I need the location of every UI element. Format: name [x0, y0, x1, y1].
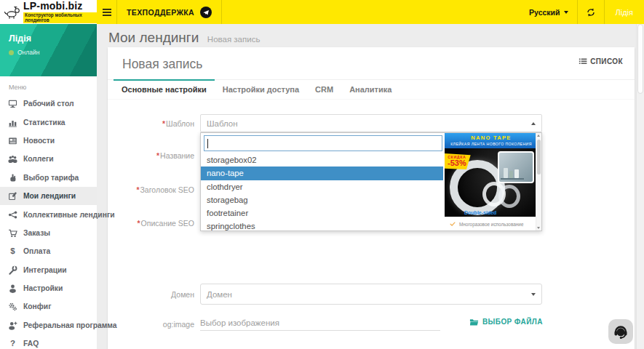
og-image-input[interactable]: Выбор изображения: [200, 315, 440, 331]
sidebar-item-faq[interactable]: ?FAQ: [0, 334, 97, 349]
dropdown-scrollbar[interactable]: [536, 133, 541, 230]
seo-description-field-label: *Описание SEO: [108, 219, 194, 228]
news-icon: [8, 136, 17, 145]
preview-feature-row: Многоразовое использование: [445, 217, 538, 230]
main-content: Мои лендинги Новая запись Новая запись С…: [97, 24, 644, 349]
template-preview-thumbnail: NANO TAPE КЛЕЙКАЯ ЛЕНТА НОВОГО ПОКОЛЕНИЯ…: [445, 133, 538, 230]
tab-access-settings[interactable]: Настройки доступа: [215, 80, 307, 99]
topbar-user-button[interactable]: Лідія: [605, 0, 644, 24]
list-button[interactable]: СПИСОК: [576, 55, 626, 68]
breadcrumb: Новая запись: [207, 35, 261, 44]
option-nano-tape[interactable]: nano-tape: [201, 167, 443, 180]
option-storagebox02[interactable]: storagebox02: [201, 153, 443, 167]
edit-icon: [8, 191, 17, 201]
domain-field-label: Домен: [108, 290, 194, 299]
sidebar-item-orders[interactable]: Заказы: [0, 224, 97, 242]
sidebar: Лідія Онлайн Меню Рабочий стол Статистик…: [0, 24, 97, 349]
gears-icon: [8, 302, 17, 311]
sidebar-item-statistics[interactable]: Статистика: [0, 113, 97, 131]
sidebar-item-colleagues[interactable]: Коллеги: [0, 150, 97, 168]
og-image-field-label: og:image: [108, 320, 194, 329]
preview-caption: Double-sided: [464, 210, 496, 215]
headset-icon: [613, 324, 629, 340]
users-icon: [8, 154, 17, 164]
refresh-icon: [586, 7, 596, 17]
logo-title: LP-mobi.biz: [23, 0, 83, 12]
page-title: Мои лендинги: [108, 30, 199, 45]
language-label: Русский: [529, 8, 560, 17]
tape-loop-graphic: [498, 185, 520, 208]
sidebar-item-collective-landings[interactable]: Коллективные лендинги: [0, 205, 97, 223]
bar-chart-icon: [8, 118, 17, 127]
menu-section-label: Меню: [0, 76, 97, 95]
chevron-up-icon: [531, 122, 536, 125]
sidebar-item-payment[interactable]: $Оплата: [0, 242, 97, 260]
tab-analytics[interactable]: Аналитика: [341, 80, 399, 99]
chevron-down-icon: [564, 11, 568, 14]
app-logo[interactable]: LP-mobi.biz Конструктор мобильных лендин…: [0, 0, 97, 24]
wrench-icon: [8, 265, 17, 275]
new-record-card: Новая запись СПИСОК Основные настройки Н…: [108, 47, 635, 349]
sidebar-item-integrations[interactable]: Интеграции: [0, 261, 97, 279]
hamburger-icon: [103, 9, 111, 16]
template-field-label: *Шаблон: [108, 119, 194, 128]
preview-subtitle: КЛЕЙКАЯ ЛЕНТА НОВОГО ПОКОЛЕНИЯ: [445, 142, 538, 146]
telegram-icon: [200, 7, 212, 18]
option-clothdryer[interactable]: clothdryer: [201, 180, 443, 193]
tab-main-settings[interactable]: Основные настройки: [114, 80, 215, 99]
user-plus-icon: [8, 321, 17, 330]
check-icon: [450, 221, 456, 227]
preview-header: NANO TAPE КЛЕЙКАЯ ЛЕНТА НОВОГО ПОКОЛЕНИЯ: [445, 133, 538, 148]
user-icon: [8, 284, 17, 293]
scroll-up-icon: [537, 135, 540, 137]
online-status-label: Онлайн: [17, 49, 39, 56]
option-footretainer[interactable]: footretainer: [201, 206, 443, 220]
sidebar-toggle-button[interactable]: [97, 0, 117, 24]
refresh-button[interactable]: [577, 0, 605, 24]
profile-card: Лідія Онлайн: [0, 24, 97, 76]
profile-name: Лідія: [9, 33, 88, 44]
topbar: LP-mobi.biz Конструктор мобильных лендин…: [0, 0, 644, 24]
language-selector[interactable]: Русский: [520, 0, 576, 24]
scroll-down-icon: [537, 227, 540, 229]
sidebar-item-config[interactable]: Конфиг: [0, 297, 97, 316]
scrollbar-thumb: [537, 140, 541, 174]
name-field-label: *Название: [108, 151, 194, 160]
page-scrollbar-thumb[interactable]: [637, 24, 643, 94]
page-scrollbar[interactable]: [636, 24, 644, 349]
option-storagebag[interactable]: storagebag: [201, 193, 443, 206]
sidebar-item-news[interactable]: Новости: [0, 132, 97, 150]
share-icon: [8, 210, 17, 220]
support-chat-widget[interactable]: [608, 319, 633, 344]
sidebar-item-settings[interactable]: Настройки: [0, 279, 97, 297]
topbar-user-name: Лідія: [616, 8, 633, 17]
tab-bar: Основные настройки Настройки доступа CRM…: [108, 79, 635, 100]
domain-select[interactable]: Домен: [200, 284, 542, 305]
page-header: Мои лендинги Новая запись: [108, 30, 260, 46]
hand-icon: [8, 173, 17, 182]
option-springclothes[interactable]: springclothes: [201, 220, 443, 230]
sidebar-item-my-landings[interactable]: Мои лендинги: [0, 187, 97, 205]
discount-badge: СКИДКА -53%: [445, 153, 471, 169]
chevron-down-icon: [531, 293, 536, 296]
template-dropdown: storagebox02 nano-tape clothdryer storag…: [200, 132, 542, 231]
text-cursor: [207, 139, 208, 148]
template-search-input[interactable]: [204, 135, 442, 151]
sidebar-menu: Рабочий стол Статистика Новости Коллеги …: [0, 95, 97, 349]
sidebar-item-dashboard[interactable]: Рабочий стол: [0, 95, 97, 113]
template-options-list: storagebox02 nano-tape clothdryer storag…: [201, 153, 443, 230]
support-button[interactable]: ТЕХПОДДЕРЖКА: [117, 0, 222, 24]
template-select[interactable]: Шаблон: [200, 114, 542, 132]
dollar-icon: $: [8, 246, 17, 256]
choose-file-button[interactable]: ВЫБОР ФАЙЛА: [469, 317, 543, 326]
sidebar-item-tariff[interactable]: Выбор тарифа: [0, 169, 97, 187]
card-title: Новая запись: [122, 57, 202, 72]
preview-product-photo: СКИДКА -53% Double-sided: [445, 148, 538, 217]
sidebar-item-referral[interactable]: Реферальная программа: [0, 316, 97, 334]
support-label: ТЕХПОДДЕРЖКА: [127, 8, 194, 17]
tab-crm[interactable]: CRM: [307, 80, 341, 99]
list-icon: [579, 57, 587, 65]
online-status-dot: [9, 50, 14, 55]
logo-subtitle: Конструктор мобильных лендингов: [23, 12, 97, 23]
cart-icon: [8, 228, 17, 238]
